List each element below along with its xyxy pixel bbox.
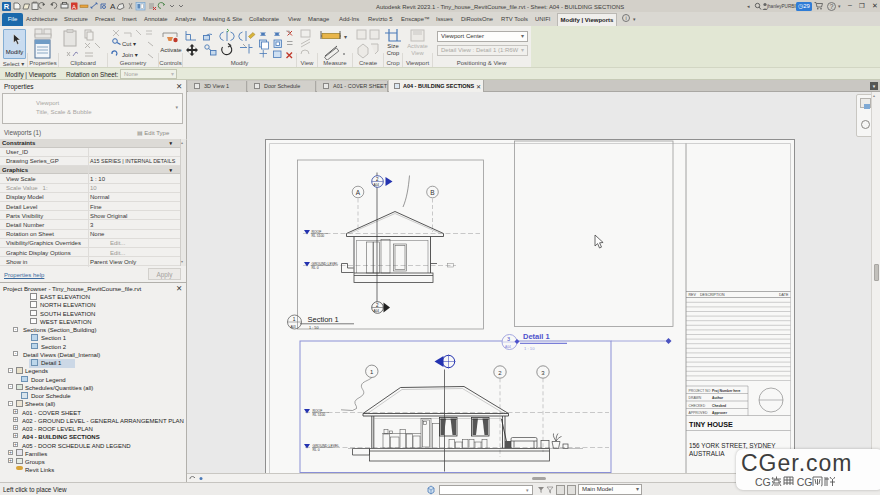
svg-text:Cut ▾: Cut ▾	[122, 41, 136, 47]
svg-text:3: 3	[507, 336, 510, 342]
svg-text:A: A	[72, 4, 76, 10]
svg-text:A04: A04	[505, 345, 511, 349]
svg-text:ROOF: ROOF	[313, 409, 323, 413]
svg-text:GROUND LEVEL: GROUND LEVEL	[313, 444, 340, 448]
svg-text:3: 3	[541, 370, 545, 376]
svg-text:1 : 10: 1 : 10	[524, 346, 535, 351]
svg-text:1: 1	[370, 369, 374, 375]
svg-text:▾: ▾	[344, 34, 347, 40]
svg-text:A: A	[110, 2, 116, 11]
svg-text:2: 2	[498, 370, 502, 376]
svg-text:RL 5100: RL 5100	[313, 413, 326, 417]
svg-text:RL 0: RL 0	[313, 448, 320, 452]
svg-text:Detail 1: Detail 1	[523, 332, 550, 341]
svg-text:Join ▾: Join ▾	[122, 52, 138, 58]
